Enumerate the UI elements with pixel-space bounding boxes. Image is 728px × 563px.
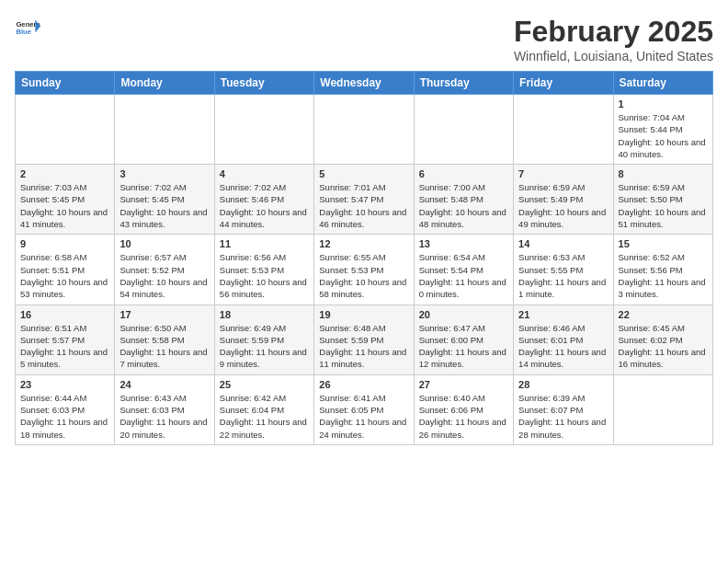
calendar-cell: 7Sunrise: 6:59 AM Sunset: 5:49 PM Daylig… (514, 165, 613, 235)
calendar-cell (414, 95, 513, 165)
day-info: Sunrise: 6:52 AM Sunset: 5:56 PM Dayligh… (619, 251, 708, 300)
day-number: 25 (220, 379, 309, 390)
day-info: Sunrise: 7:02 AM Sunset: 5:45 PM Dayligh… (119, 181, 209, 230)
day-number: 16 (20, 309, 109, 320)
day-number: 28 (518, 379, 608, 390)
calendar-cell: 10Sunrise: 6:57 AM Sunset: 5:52 PM Dayli… (115, 235, 214, 304)
weekday-header-wednesday: Wednesday (314, 72, 414, 95)
day-info: Sunrise: 6:59 AM Sunset: 5:50 PM Dayligh… (619, 181, 708, 230)
week-row-2: 2Sunrise: 7:03 AM Sunset: 5:45 PM Daylig… (16, 165, 713, 235)
calendar-cell: 9Sunrise: 6:58 AM Sunset: 5:51 PM Daylig… (16, 235, 115, 304)
day-number: 8 (619, 168, 708, 179)
calendar-cell: 16Sunrise: 6:51 AM Sunset: 5:57 PM Dayli… (16, 304, 115, 374)
day-number: 6 (419, 168, 508, 179)
day-info: Sunrise: 6:39 AM Sunset: 6:07 PM Dayligh… (518, 392, 608, 441)
calendar-cell: 19Sunrise: 6:48 AM Sunset: 5:59 PM Dayli… (314, 304, 414, 374)
day-info: Sunrise: 7:01 AM Sunset: 5:47 PM Dayligh… (319, 181, 408, 230)
calendar-cell: 23Sunrise: 6:44 AM Sunset: 6:03 PM Dayli… (16, 374, 115, 444)
day-number: 11 (220, 238, 309, 249)
logo: General Blue (15, 15, 40, 40)
day-info: Sunrise: 6:46 AM Sunset: 6:01 PM Dayligh… (518, 322, 608, 371)
day-info: Sunrise: 6:55 AM Sunset: 5:53 PM Dayligh… (319, 251, 408, 300)
day-info: Sunrise: 7:04 AM Sunset: 5:44 PM Dayligh… (619, 111, 708, 160)
weekday-header-saturday: Saturday (613, 72, 712, 95)
day-info: Sunrise: 6:58 AM Sunset: 5:51 PM Dayligh… (20, 251, 109, 300)
day-info: Sunrise: 6:53 AM Sunset: 5:55 PM Dayligh… (518, 251, 608, 300)
week-row-3: 9Sunrise: 6:58 AM Sunset: 5:51 PM Daylig… (16, 235, 713, 304)
calendar-cell (214, 95, 313, 165)
day-number: 13 (419, 238, 508, 249)
day-number: 17 (119, 309, 209, 320)
calendar-cell (514, 95, 613, 165)
calendar-cell: 11Sunrise: 6:56 AM Sunset: 5:53 PM Dayli… (214, 235, 313, 304)
day-number: 26 (319, 379, 408, 390)
calendar-cell: 24Sunrise: 6:43 AM Sunset: 6:03 PM Dayli… (115, 374, 214, 444)
day-number: 2 (20, 168, 109, 179)
calendar-cell: 3Sunrise: 7:02 AM Sunset: 5:45 PM Daylig… (115, 165, 214, 235)
day-info: Sunrise: 6:41 AM Sunset: 6:05 PM Dayligh… (319, 392, 408, 441)
day-number: 5 (319, 168, 408, 179)
weekday-header-monday: Monday (115, 72, 214, 95)
day-number: 12 (319, 238, 408, 249)
calendar-cell: 22Sunrise: 6:45 AM Sunset: 6:02 PM Dayli… (613, 304, 712, 374)
day-number: 3 (119, 168, 209, 179)
day-info: Sunrise: 6:47 AM Sunset: 6:00 PM Dayligh… (419, 322, 508, 371)
day-number: 22 (619, 309, 708, 320)
day-info: Sunrise: 6:54 AM Sunset: 5:54 PM Dayligh… (419, 251, 508, 300)
day-number: 20 (419, 309, 508, 320)
calendar-cell: 2Sunrise: 7:03 AM Sunset: 5:45 PM Daylig… (16, 165, 115, 235)
day-number: 10 (119, 238, 209, 249)
logo-icon: General Blue (15, 15, 40, 40)
calendar-cell: 6Sunrise: 7:00 AM Sunset: 5:48 PM Daylig… (414, 165, 513, 235)
week-row-5: 23Sunrise: 6:44 AM Sunset: 6:03 PM Dayli… (16, 374, 713, 444)
calendar-cell: 27Sunrise: 6:40 AM Sunset: 6:06 PM Dayli… (414, 374, 513, 444)
calendar-cell: 13Sunrise: 6:54 AM Sunset: 5:54 PM Dayli… (414, 235, 513, 304)
calendar-cell: 8Sunrise: 6:59 AM Sunset: 5:50 PM Daylig… (613, 165, 712, 235)
svg-text:Blue: Blue (16, 28, 31, 36)
day-info: Sunrise: 6:49 AM Sunset: 5:59 PM Dayligh… (220, 322, 309, 371)
day-info: Sunrise: 7:03 AM Sunset: 5:45 PM Dayligh… (20, 181, 109, 230)
calendar-cell (314, 95, 414, 165)
day-info: Sunrise: 6:42 AM Sunset: 6:04 PM Dayligh… (220, 392, 309, 441)
day-info: Sunrise: 7:00 AM Sunset: 5:48 PM Dayligh… (419, 181, 508, 230)
day-info: Sunrise: 6:40 AM Sunset: 6:06 PM Dayligh… (419, 392, 508, 441)
day-number: 1 (619, 98, 708, 109)
weekday-header-sunday: Sunday (16, 72, 115, 95)
day-info: Sunrise: 6:51 AM Sunset: 5:57 PM Dayligh… (20, 322, 109, 371)
title-area: February 2025 Winnfield, Louisiana, Unit… (514, 15, 713, 63)
calendar-cell: 14Sunrise: 6:53 AM Sunset: 5:55 PM Dayli… (514, 235, 613, 304)
day-number: 7 (518, 168, 608, 179)
calendar-cell (613, 374, 712, 444)
header: General Blue February 2025 Winnfield, Lo… (15, 15, 713, 63)
weekday-header-row: SundayMondayTuesdayWednesdayThursdayFrid… (16, 72, 713, 95)
day-info: Sunrise: 6:57 AM Sunset: 5:52 PM Dayligh… (119, 251, 209, 300)
weekday-header-tuesday: Tuesday (214, 72, 313, 95)
day-info: Sunrise: 6:50 AM Sunset: 5:58 PM Dayligh… (119, 322, 209, 371)
day-number: 9 (20, 238, 109, 249)
calendar-cell: 26Sunrise: 6:41 AM Sunset: 6:05 PM Dayli… (314, 374, 414, 444)
location-subtitle: Winnfield, Louisiana, United States (514, 49, 713, 63)
day-number: 15 (619, 238, 708, 249)
day-info: Sunrise: 6:43 AM Sunset: 6:03 PM Dayligh… (119, 392, 209, 441)
day-info: Sunrise: 6:56 AM Sunset: 5:53 PM Dayligh… (220, 251, 309, 300)
day-number: 24 (119, 379, 209, 390)
day-number: 4 (220, 168, 309, 179)
calendar-cell: 25Sunrise: 6:42 AM Sunset: 6:04 PM Dayli… (214, 374, 313, 444)
calendar-cell: 20Sunrise: 6:47 AM Sunset: 6:00 PM Dayli… (414, 304, 513, 374)
calendar-cell: 28Sunrise: 6:39 AM Sunset: 6:07 PM Dayli… (514, 374, 613, 444)
day-number: 27 (419, 379, 508, 390)
day-info: Sunrise: 6:45 AM Sunset: 6:02 PM Dayligh… (619, 322, 708, 371)
day-info: Sunrise: 7:02 AM Sunset: 5:46 PM Dayligh… (220, 181, 309, 230)
calendar-cell: 12Sunrise: 6:55 AM Sunset: 5:53 PM Dayli… (314, 235, 414, 304)
day-number: 14 (518, 238, 608, 249)
calendar-cell: 15Sunrise: 6:52 AM Sunset: 5:56 PM Dayli… (613, 235, 712, 304)
calendar-cell: 4Sunrise: 7:02 AM Sunset: 5:46 PM Daylig… (214, 165, 313, 235)
day-number: 21 (518, 309, 608, 320)
day-number: 19 (319, 309, 408, 320)
day-info: Sunrise: 6:59 AM Sunset: 5:49 PM Dayligh… (518, 181, 608, 230)
calendar-cell: 18Sunrise: 6:49 AM Sunset: 5:59 PM Dayli… (214, 304, 313, 374)
calendar-cell: 21Sunrise: 6:46 AM Sunset: 6:01 PM Dayli… (514, 304, 613, 374)
day-number: 23 (20, 379, 109, 390)
calendar-cell: 17Sunrise: 6:50 AM Sunset: 5:58 PM Dayli… (115, 304, 214, 374)
calendar-cell: 5Sunrise: 7:01 AM Sunset: 5:47 PM Daylig… (314, 165, 414, 235)
